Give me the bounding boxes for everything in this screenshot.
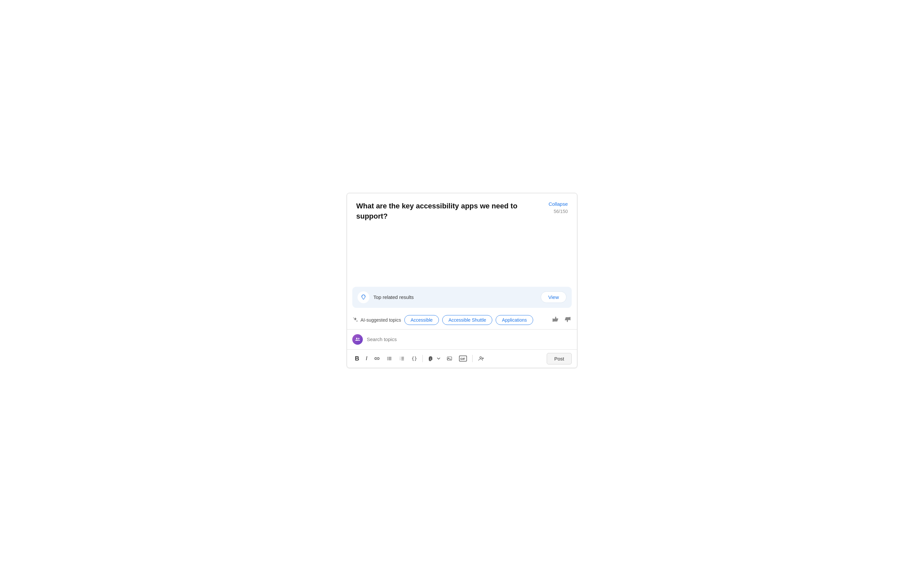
svg-point-0 — [356, 338, 358, 340]
attachment-group — [425, 354, 442, 364]
related-results-bar: Top related results View — [352, 287, 572, 308]
ai-icon-label: AI-suggested topics — [352, 317, 401, 324]
svg-point-1 — [358, 338, 360, 339]
bold-button[interactable]: B — [352, 353, 362, 364]
toolbar: B I — [347, 350, 577, 368]
image-button[interactable] — [444, 354, 455, 364]
editor-header: What are the key accessibility apps we n… — [347, 193, 577, 221]
topics-avatar — [352, 334, 363, 345]
char-count: 56/150 — [554, 209, 568, 214]
svg-point-6 — [387, 359, 388, 360]
svg-point-18 — [480, 357, 481, 359]
collapse-button[interactable]: Collapse — [549, 201, 568, 207]
view-button[interactable]: View — [541, 291, 567, 303]
svg-text:3: 3 — [400, 359, 400, 361]
feedback-icons — [551, 315, 572, 325]
code-button[interactable]: {} — [409, 354, 420, 363]
svg-rect-7 — [388, 359, 392, 360]
sparkle-icon — [352, 317, 358, 324]
mention-button[interactable] — [475, 354, 487, 364]
related-results-label: Top related results — [374, 294, 537, 300]
ai-topics-row: AI-suggested topics Accessible Accessibl… — [347, 311, 577, 329]
question-title: What are the key accessibility apps we n… — [356, 201, 536, 221]
attach-button[interactable] — [425, 354, 435, 364]
post-button[interactable]: Post — [547, 353, 572, 365]
ai-topics-label: AI-suggested topics — [360, 317, 401, 323]
thumbs-up-button[interactable] — [551, 315, 560, 325]
toolbar-separator-2 — [472, 355, 472, 362]
svg-rect-9 — [401, 359, 404, 359]
italic-button[interactable]: I — [363, 353, 370, 364]
thumbs-down-button[interactable] — [563, 315, 572, 325]
lightbulb-icon — [357, 291, 369, 303]
editor-container: What are the key accessibility apps we n… — [346, 193, 578, 368]
link-button[interactable] — [371, 354, 382, 364]
svg-rect-3 — [388, 357, 392, 358]
svg-rect-5 — [388, 359, 392, 359]
svg-rect-10 — [401, 360, 404, 361]
svg-text:GIF: GIF — [460, 357, 465, 361]
numbered-list-button[interactable]: 1 2 3 — [396, 354, 408, 364]
header-right: Collapse 56/150 — [549, 201, 568, 214]
bullet-list-button[interactable] — [384, 354, 395, 364]
svg-point-2 — [387, 357, 388, 358]
svg-point-4 — [387, 358, 388, 359]
chip-accessible[interactable]: Accessible — [404, 315, 439, 325]
svg-rect-8 — [401, 357, 404, 358]
chip-applications[interactable]: Applications — [496, 315, 533, 325]
search-topics-input[interactable] — [367, 337, 572, 342]
chip-accessible-shuttle[interactable]: Accessible Shuttle — [442, 315, 492, 325]
editor-body[interactable] — [347, 221, 577, 281]
attach-chevron-button[interactable] — [435, 355, 442, 362]
gif-button[interactable]: GIF — [456, 354, 470, 364]
search-topics-row — [347, 329, 577, 349]
